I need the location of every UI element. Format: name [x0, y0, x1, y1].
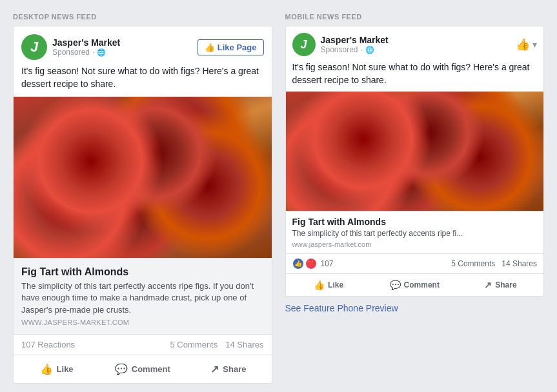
mobile-shares-count: 14 Shares — [501, 259, 537, 268]
like-label: Like — [57, 364, 74, 374]
mobile-reactions-row: 👍 ❤️ 107 5 Comments 14 Shares — [286, 253, 544, 273]
desktop-counts-right: 5 Comments 14 Shares — [170, 340, 264, 349]
mobile-share-button[interactable]: ↗ Share — [458, 275, 543, 295]
mobile-avatar: J — [292, 33, 316, 56]
desktop-panel: DESKTOP NEWS FEED J Jasper's Market Spon… — [13, 13, 272, 384]
like-page-label: Like Page — [218, 43, 257, 52]
desktop-post-image — [14, 97, 272, 258]
dot-separator: · — [92, 48, 94, 57]
mobile-link-desc: The simplicity of this tart perfectly ac… — [292, 228, 538, 239]
desktop-link-preview: Fig Tart with Almonds The simplicity of … — [14, 258, 272, 334]
mobile-card: J Jasper's Market Sponsored · 🌐 👍 ▾ — [285, 26, 545, 297]
mobile-comment-label: Comment — [404, 280, 440, 289]
share-icon: ↗ — [210, 363, 219, 375]
mobile-sponsored-row: Sponsored · 🌐 — [321, 45, 389, 54]
mobile-dot-separator: · — [361, 45, 363, 54]
desktop-share-button[interactable]: ↗ Share — [185, 358, 271, 380]
avatar: J — [21, 34, 47, 60]
mobile-action-bar: 👍 Like 💬 Comment ↗ Share — [286, 273, 544, 296]
like-page-button[interactable]: 👍 Like Page — [197, 39, 264, 55]
mobile-link-url: www.jaspers-market.com — [292, 240, 538, 248]
desktop-reactions-row: 107 Reactions 5 Comments 14 Shares — [14, 334, 272, 355]
mobile-card-header: J Jasper's Market Sponsored · 🌐 👍 ▾ — [286, 26, 544, 61]
mobile-header-right: 👍 ▾ — [516, 37, 537, 52]
share-label: Share — [223, 364, 246, 374]
mobile-reactions-count: 107 — [321, 259, 334, 268]
desktop-like-button[interactable]: 👍 Like — [14, 358, 99, 380]
desktop-link-url: WWW.JASPERS-MARKET.COM — [21, 318, 264, 326]
mobile-post-image — [286, 92, 544, 211]
mobile-share-icon: ↗ — [484, 280, 492, 290]
mobile-like-icon: 👍 — [314, 280, 325, 290]
see-feature-phone-preview-link[interactable]: See Feature Phone Preview — [285, 297, 545, 316]
mobile-section-label: MOBILE NEWS FEED — [285, 13, 545, 21]
desktop-comment-button[interactable]: 💬 Comment — [99, 358, 185, 380]
mobile-chevron-down-icon[interactable]: ▾ — [532, 39, 537, 50]
mobile-like-button[interactable]: 👍 Like — [286, 275, 372, 295]
desktop-link-desc: The simplicity of this tart perfectly ac… — [21, 280, 264, 316]
mobile-sponsored-text: Sponsored — [321, 45, 358, 54]
page-name: Jasper's Market — [52, 37, 120, 48]
like-emoji-circle: 👍 — [292, 258, 304, 270]
comment-label: Comment — [132, 364, 170, 374]
desktop-section-label: DESKTOP NEWS FEED — [13, 13, 272, 21]
mobile-post-text: It's fig season! Not sure what to do wit… — [286, 61, 544, 92]
mobile-like-label: Like — [328, 280, 343, 289]
mobile-reaction-emojis: 👍 ❤️ 107 — [292, 258, 334, 270]
like-page-thumb-icon: 👍 — [205, 43, 215, 52]
mobile-share-label: Share — [495, 280, 516, 289]
desktop-link-title: Fig Tart with Almonds — [21, 266, 264, 278]
page-info: Jasper's Market Sponsored · 🌐 — [52, 37, 120, 57]
desktop-comments-count: 5 Comments — [170, 340, 218, 349]
desktop-card: J Jasper's Market Sponsored · 🌐 👍 Like P… — [13, 26, 272, 384]
desktop-header-left: J Jasper's Market Sponsored · 🌐 — [21, 34, 120, 60]
desktop-shares-count: 14 Shares — [225, 340, 263, 349]
mobile-comments-count: 5 Comments — [451, 259, 495, 268]
sponsored-row: Sponsored · 🌐 — [52, 48, 120, 57]
mobile-counts-right: 5 Comments 14 Shares — [451, 259, 537, 268]
desktop-reactions-left: 107 Reactions — [21, 340, 75, 349]
mobile-like-thumb-icon[interactable]: 👍 — [516, 37, 530, 52]
mobile-panel: MOBILE NEWS FEED J Jasper's Market Spons… — [285, 13, 545, 384]
mobile-comment-icon: 💬 — [390, 280, 401, 290]
desktop-card-header: J Jasper's Market Sponsored · 🌐 👍 Like P… — [14, 26, 272, 65]
mobile-link-title: Fig Tart with Almonds — [292, 217, 538, 227]
globe-icon: 🌐 — [97, 48, 106, 57]
mobile-header-left: J Jasper's Market Sponsored · 🌐 — [292, 33, 389, 56]
comment-icon: 💬 — [115, 363, 128, 375]
desktop-action-bar: 👍 Like 💬 Comment ↗ Share — [14, 355, 272, 383]
mobile-globe-icon: 🌐 — [365, 46, 374, 54]
mobile-link-preview: Fig Tart with Almonds The simplicity of … — [286, 211, 544, 253]
desktop-post-text: It's fig season! Not sure what to do wit… — [14, 65, 272, 97]
like-icon: 👍 — [40, 363, 53, 375]
desktop-reactions-count: 107 Reactions — [21, 340, 75, 349]
mobile-comment-button[interactable]: 💬 Comment — [372, 275, 458, 295]
love-emoji-circle: ❤️ — [305, 258, 317, 270]
mobile-page-name: Jasper's Market — [321, 35, 389, 45]
fig-tart-image — [14, 97, 272, 258]
mobile-fig-tart-image — [286, 92, 544, 211]
mobile-page-info: Jasper's Market Sponsored · 🌐 — [321, 35, 389, 54]
sponsored-text: Sponsored — [52, 48, 90, 57]
